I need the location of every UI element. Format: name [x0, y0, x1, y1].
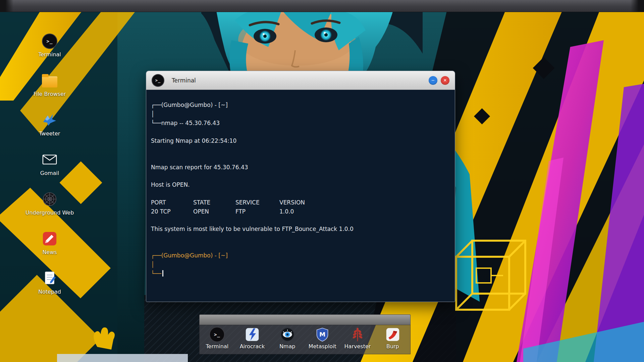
- dock-item-harvester[interactable]: Harvester: [341, 327, 374, 350]
- burp-icon: [385, 327, 400, 342]
- terminal-output-line: Nmap scan report for 45.30.76.43: [151, 163, 450, 172]
- scan-table-row: 20 TCP OPEN FTP 1.0.0: [151, 207, 450, 216]
- desktop-icon-file-browser[interactable]: File Browser: [16, 72, 83, 97]
- prompt2-input-line: └──: [151, 269, 450, 278]
- window-title: Terminal: [172, 77, 196, 84]
- dock-item-burp[interactable]: Burp: [376, 327, 410, 350]
- table-cell: VERSION: [279, 198, 305, 207]
- desktop-icon-label: Notepad: [38, 289, 61, 295]
- news-icon: [42, 231, 58, 247]
- window-controls: − ✕: [429, 76, 449, 85]
- minimize-icon: −: [431, 78, 435, 82]
- prompt1-command-line: └──nmap -- 45.30.76.43: [151, 119, 450, 128]
- terminal-prompt-glyph: >_: [155, 78, 161, 83]
- table-cell: SERVICE: [235, 198, 279, 207]
- terminal-output-line: Starting Nmap at 06:22:54:10: [151, 136, 450, 145]
- terminal-output-line: Host is OPEN.: [151, 180, 450, 189]
- terminal-icon: >_: [42, 34, 57, 49]
- svg-text:M: M: [319, 331, 325, 338]
- dock-item-label: Nmap: [279, 343, 296, 350]
- desktop-icon-label: Underground Web: [25, 209, 74, 216]
- vulnerability-line: This system is most likely to be vulnera…: [151, 225, 450, 234]
- scan-table-header: PORT STATE SERVICE VERSION: [151, 198, 450, 207]
- dock-item-nmap[interactable]: Nmap: [271, 327, 304, 350]
- desktop-icon-underground-web[interactable]: Underground Web: [16, 191, 83, 216]
- table-cell: 1.0.0: [279, 207, 294, 216]
- dock-item-label: Harvester: [344, 343, 371, 350]
- dock-item-metasploit[interactable]: M Metasploit: [306, 327, 339, 350]
- desktop-icon-terminal[interactable]: >_ Terminal: [16, 34, 83, 58]
- envelope-icon: [42, 152, 58, 168]
- table-cell: FTP: [235, 207, 279, 216]
- desktop-icon-tweeter[interactable]: Tweeter: [16, 112, 83, 137]
- prompt1-top: ┌──(Gumbo@Gumbo) - [~]: [151, 101, 450, 110]
- table-cell: STATE: [193, 198, 235, 207]
- dock-item-terminal[interactable]: >_ Terminal: [200, 327, 234, 350]
- desktop-icon-gomail[interactable]: Gomail: [16, 152, 83, 176]
- terminal-body[interactable]: ┌──(Gumbo@Gumbo) - [~] │ └──nmap -- 45.3…: [146, 90, 455, 302]
- dock-item-airocrack[interactable]: Airocrack: [235, 327, 269, 350]
- folder-icon: [42, 72, 58, 88]
- table-cell: PORT: [151, 198, 193, 207]
- prompt2-top: ┌──(Gumbo@Gumbo) - [~]: [151, 251, 450, 260]
- notepad-icon: [42, 270, 58, 286]
- dock-item-label: Burp: [386, 343, 399, 350]
- dock: >_ Terminal Airocrack Nmap M Metasploit …: [199, 325, 411, 354]
- desktop-icon-label: File Browser: [34, 91, 66, 97]
- close-button[interactable]: ✕: [441, 76, 449, 85]
- prompt2-mid: │: [151, 260, 450, 269]
- table-cell: 20 TCP: [151, 207, 193, 216]
- minimize-button[interactable]: −: [429, 76, 437, 85]
- prompt1-mid: │: [151, 110, 450, 119]
- dock-item-label: Metasploit: [309, 343, 336, 350]
- terminal-window: >_ Terminal − ✕ ┌──(Gumbo@Gumbo) - [~] │…: [146, 71, 455, 302]
- table-cell: OPEN: [193, 207, 235, 216]
- terminal-icon: >_: [209, 327, 225, 342]
- dock-item-label: Terminal: [206, 343, 229, 350]
- desktop-icon-label: News: [42, 249, 57, 255]
- top-panel: [0, 0, 644, 12]
- desktop-icon-label: Terminal: [38, 51, 61, 58]
- dock-item-label: Airocrack: [240, 343, 265, 350]
- bird-icon: [42, 112, 58, 128]
- terminal-icon: >_: [152, 74, 164, 87]
- harvester-plant-icon: [350, 327, 365, 342]
- prompt2-block: ┌──(Gumbo@Gumbo) - [~] │ └──: [151, 251, 450, 278]
- nmap-eye-icon: [280, 327, 295, 342]
- desktop-icon-label: Gomail: [40, 170, 59, 176]
- desktop-icon-label: Tweeter: [39, 130, 60, 137]
- terminal-prompt-glyph: >_: [47, 39, 53, 44]
- metasploit-shield-icon: M: [315, 327, 330, 342]
- text-cursor: [162, 270, 163, 277]
- desktop-icon-notepad[interactable]: Notepad: [16, 270, 83, 295]
- desktop-icon-column: >_ Terminal File Browser Tweeter Gomail …: [16, 34, 83, 295]
- window-titlebar[interactable]: >_ Terminal − ✕: [146, 71, 455, 90]
- dark-web-icon: [42, 191, 58, 207]
- aircrack-icon: [245, 327, 260, 342]
- close-icon: ✕: [443, 78, 447, 82]
- desktop-icon-news[interactable]: News: [16, 231, 83, 255]
- terminal-prompt-glyph: >_: [214, 332, 220, 337]
- dock-handle[interactable]: [199, 314, 411, 325]
- command-text: nmap -- 45.30.76.43: [161, 120, 220, 126]
